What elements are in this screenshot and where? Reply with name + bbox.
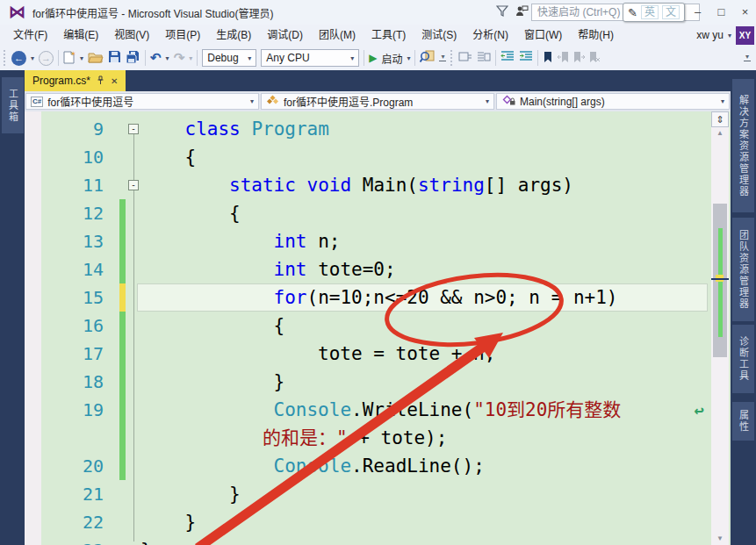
new-file-caret-icon[interactable]: ▾	[80, 54, 83, 62]
decrease-indent-button[interactable]	[500, 51, 515, 65]
code-text[interactable]: }	[274, 368, 285, 396]
toolbar-grip[interactable]	[4, 50, 7, 66]
start-debug-play-icon[interactable]: ▶	[369, 52, 377, 64]
uncomment-selection-button[interactable]	[477, 51, 491, 66]
menu-item[interactable]: 窗口(W)	[516, 29, 570, 41]
pin-icon[interactable]	[97, 75, 104, 87]
menu-item[interactable]: 视图(V)	[106, 29, 157, 41]
menu-item[interactable]: 团队(M)	[311, 29, 364, 41]
code-text[interactable]: }	[140, 536, 152, 545]
navigate-back-caret-icon[interactable]: ▾	[31, 54, 34, 62]
line-number[interactable]: 12	[40, 199, 104, 227]
redo-caret-icon[interactable]: ▾	[189, 54, 192, 62]
code-text[interactable]: Console.WriteLine("10到20所有整数	[274, 396, 622, 424]
line-number[interactable]: 14	[40, 255, 104, 283]
code-line[interactable]: 的和是：" + tote);	[25, 424, 731, 452]
sidebar-tab-team-explorer[interactable]: 团队资源管理器	[732, 218, 754, 321]
line-number[interactable]: 9	[40, 115, 104, 143]
start-debug-caret-icon[interactable]: ▾	[407, 54, 410, 62]
code-text[interactable]: int n;	[274, 227, 341, 255]
solution-platform-select[interactable]: Any CPU▾	[261, 49, 359, 67]
line-number[interactable]: 18	[40, 368, 104, 396]
sidebar-tab-solution-explorer[interactable]: 解决方案资源管理器	[732, 79, 754, 212]
notifications-flag-icon[interactable]	[493, 4, 512, 20]
user-avatar[interactable]: XY	[736, 26, 754, 45]
scroll-up-button[interactable]: ▲	[711, 127, 729, 140]
line-number[interactable]: 15	[40, 283, 104, 312]
splitter-handle[interactable]: ⇕	[711, 111, 729, 127]
code-text[interactable]: 的和是：" + tote);	[263, 424, 447, 452]
line-number[interactable]: 20	[40, 452, 104, 480]
code-line[interactable]: 10{	[25, 143, 731, 171]
code-text[interactable]: }	[229, 480, 241, 508]
user-name[interactable]: xw yu	[696, 29, 724, 41]
line-number[interactable]: 21	[40, 480, 104, 508]
navigate-forward-button[interactable]: →	[39, 51, 54, 66]
code-editor[interactable]: 9-class Program10{11-static void Main(st…	[25, 111, 731, 545]
code-text[interactable]: int tote=0;	[274, 255, 396, 283]
line-number[interactable]: 22	[40, 508, 104, 536]
tab-close-icon[interactable]: ✕	[111, 76, 118, 86]
code-line[interactable]: 22}	[25, 508, 731, 536]
undo-caret-icon[interactable]: ▾	[166, 54, 169, 62]
line-number[interactable]: 19	[40, 396, 104, 424]
previous-bookmark-button[interactable]	[558, 51, 569, 66]
member-dropdown[interactable]: Main(string[] args) ▾	[496, 93, 730, 110]
redo-button[interactable]: ↷	[174, 51, 185, 65]
code-text[interactable]: }	[185, 508, 197, 536]
user-caret-icon[interactable]: ▾	[728, 32, 731, 39]
code-text[interactable]: {	[185, 143, 197, 171]
line-number[interactable]: 16	[40, 312, 104, 340]
minimize-button[interactable]: –	[687, 3, 709, 22]
next-bookmark-button[interactable]	[573, 51, 585, 66]
code-line[interactable]: 21}	[25, 480, 731, 508]
code-line[interactable]: 9-class Program	[25, 115, 731, 143]
project-dropdown[interactable]: C# for循环中使用逗号 ▾	[25, 93, 259, 110]
code-line[interactable]: 19Console.WriteLine("10到20所有整数↩	[25, 396, 731, 424]
sidebar-tab-properties[interactable]: 属性	[732, 402, 754, 441]
save-all-button[interactable]	[126, 50, 140, 67]
menu-item[interactable]: 编辑(E)	[55, 29, 106, 41]
code-line[interactable]: 17tote = tote + n;	[25, 340, 731, 368]
code-line[interactable]: 13int n;	[25, 227, 731, 255]
line-number[interactable]: 13	[40, 227, 104, 255]
code-text[interactable]: tote = tote + n;	[318, 340, 495, 368]
menu-item[interactable]: 文件(F)	[5, 29, 55, 41]
code-line[interactable]: 12{	[25, 199, 731, 227]
menu-item[interactable]: 帮助(H)	[570, 29, 622, 41]
ime-indicator[interactable]: ✎ 英 文	[623, 3, 685, 22]
sidebar-tab-toolbox[interactable]: 工具箱	[2, 77, 24, 133]
scroll-down-button[interactable]: ▼	[711, 533, 729, 545]
code-text[interactable]: for(n=10;n<=20 && n>0; n = n+1)	[274, 283, 618, 312]
type-dropdown[interactable]: for循环中使用逗号.Program ▾	[261, 93, 494, 110]
toggle-bookmark-button[interactable]	[543, 51, 553, 66]
editor-vertical-scrollbar[interactable]: ⇕ ▲ ▼	[711, 111, 729, 545]
menu-item[interactable]: 生成(B)	[208, 29, 259, 41]
code-text[interactable]: {	[229, 199, 241, 227]
line-number[interactable]: 17	[40, 340, 104, 368]
code-text[interactable]: class Program	[185, 115, 329, 143]
code-line[interactable]: 14int tote=0;	[25, 255, 731, 283]
clear-bookmarks-button[interactable]	[589, 51, 601, 66]
new-file-button[interactable]: ✶	[63, 50, 76, 67]
menu-item[interactable]: 测试(S)	[414, 29, 464, 41]
code-text[interactable]: static void Main(string[] args)	[229, 171, 573, 199]
menu-item[interactable]: 工具(T)	[364, 29, 414, 41]
toolbar-grip[interactable]	[450, 50, 454, 66]
code-line[interactable]: 20Console.ReadLine();	[25, 452, 731, 480]
tab-program-cs[interactable]: Program.cs* ✕	[25, 70, 126, 91]
send-feedback-icon[interactable]	[512, 4, 531, 20]
code-line[interactable]: 18}	[25, 368, 731, 396]
menu-item[interactable]: 分析(N)	[464, 29, 516, 41]
line-number[interactable]: 11	[40, 171, 104, 199]
save-button[interactable]	[108, 50, 121, 66]
sidebar-tab-diagnostic-tools[interactable]: 诊断工具	[732, 325, 754, 393]
increase-indent-button[interactable]	[519, 51, 533, 65]
navigate-back-button[interactable]: ←	[11, 51, 26, 66]
fold-collapse-box[interactable]: -	[128, 124, 139, 134]
line-number[interactable]: 10	[40, 143, 104, 171]
menu-item[interactable]: 项目(P)	[157, 29, 208, 41]
open-file-button[interactable]	[88, 51, 104, 66]
code-line[interactable]: 11-static void Main(string[] args)	[25, 171, 731, 199]
menu-item[interactable]: 调试(D)	[259, 29, 311, 41]
